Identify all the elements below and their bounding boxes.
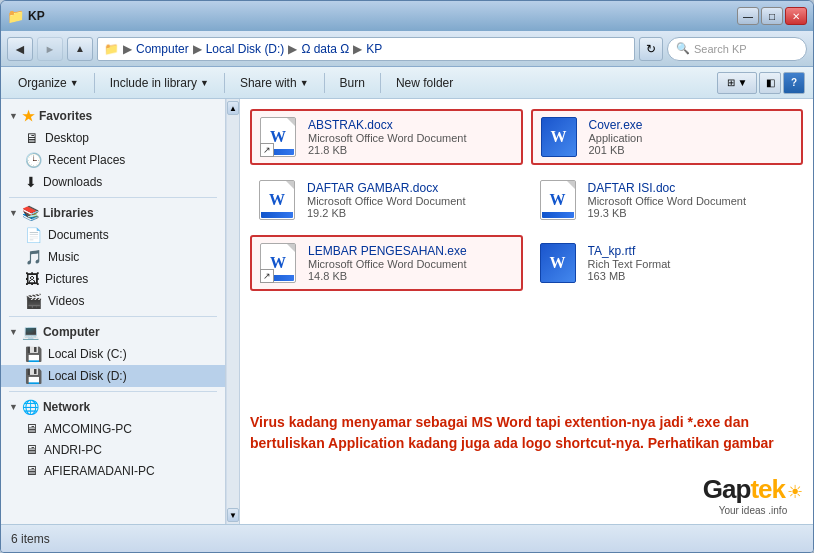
- title-bar-buttons: — □ ✕: [737, 7, 807, 25]
- file-item-abstrak[interactable]: W ↗ ABSTRAK.docx Microsoft Office Word D…: [250, 109, 523, 165]
- amcoming-icon: 🖥: [25, 421, 38, 436]
- daftar-isi-word-icon: W: [540, 180, 576, 220]
- music-icon: 🎵: [25, 249, 42, 265]
- explorer-window: 📁 KP — □ ✕ ◄ ► ▲ 📁 ▶ Computer ▶ Local Di…: [0, 0, 814, 553]
- abstrak-info: ABSTRAK.docx Microsoft Office Word Docum…: [308, 118, 513, 156]
- sidebar-item-andri[interactable]: 🖥 ANDRI-PC: [1, 439, 225, 460]
- preview-pane-button[interactable]: ◧: [759, 72, 781, 94]
- sidebar-item-desktop[interactable]: 🖥 Desktop: [1, 127, 225, 149]
- file-item-cover[interactable]: W Cover.exe Application 201 KB: [531, 109, 804, 165]
- nav-scrollbar[interactable]: ▲ ▼: [226, 99, 240, 524]
- logo-tagline: Your ideas .info: [719, 505, 788, 516]
- back-button[interactable]: ◄: [7, 37, 33, 61]
- new-folder-button[interactable]: New folder: [387, 70, 462, 96]
- sidebar-item-afiera[interactable]: 🖥 AFIERAMADANI-PC: [1, 460, 225, 481]
- daftar-isi-size: 19.3 KB: [588, 207, 795, 219]
- libraries-header[interactable]: ▼ 📚 Libraries: [1, 202, 225, 224]
- title-bar-left: 📁 KP: [7, 8, 45, 24]
- computer-icon: 💻: [22, 324, 39, 340]
- amcoming-label: AMCOMING-PC: [44, 422, 132, 436]
- sidebar-item-c-drive[interactable]: 💾 Local Disk (C:): [1, 343, 225, 365]
- close-button[interactable]: ✕: [785, 7, 807, 25]
- ta-kp-icon-wrapper: W: [540, 243, 580, 283]
- pictures-icon: 🖼: [25, 271, 39, 287]
- daftar-isi-type: Microsoft Office Word Document: [588, 195, 795, 207]
- daftar-isi-info: DAFTAR ISI.doc Microsoft Office Word Doc…: [588, 181, 795, 219]
- documents-icon: 📄: [25, 227, 42, 243]
- abstrak-name: ABSTRAK.docx: [308, 118, 513, 132]
- window-icon: 📁: [7, 8, 24, 24]
- afiera-icon: 🖥: [25, 463, 38, 478]
- sidebar-item-pictures[interactable]: 🖼 Pictures: [1, 268, 225, 290]
- daftar-gambar-word-icon: W: [259, 180, 295, 220]
- ta-kp-type: Rich Text Format: [588, 258, 795, 270]
- toolbar-separator-1: [94, 73, 95, 93]
- sidebar-item-videos[interactable]: 🎬 Videos: [1, 290, 225, 312]
- documents-label: Documents: [48, 228, 109, 242]
- sidebar-item-amcoming[interactable]: 🖥 AMCOMING-PC: [1, 418, 225, 439]
- search-box[interactable]: 🔍 Search KP: [667, 37, 807, 61]
- computer-label: Computer: [43, 325, 100, 339]
- daftar-gambar-size: 19.2 KB: [307, 207, 514, 219]
- annotation-text: Virus kadang menyamar sebagai MS Word ta…: [250, 412, 803, 454]
- favorites-star-icon: ★: [22, 108, 35, 124]
- computer-section: ▼ 💻 Computer 💾 Local Disk (C:) 💾 Local D…: [1, 321, 225, 387]
- organize-chevron-icon: ▼: [70, 78, 79, 88]
- burn-button[interactable]: Burn: [331, 70, 374, 96]
- file-item-lembar[interactable]: W ↗ LEMBAR PENGESAHAN.exe Microsoft Offi…: [250, 235, 523, 291]
- include-library-button[interactable]: Include in library ▼: [101, 70, 218, 96]
- share-button[interactable]: Share with ▼: [231, 70, 318, 96]
- up-button[interactable]: ▲: [67, 37, 93, 61]
- sidebar-item-music[interactable]: 🎵 Music: [1, 246, 225, 268]
- view-toggle-button[interactable]: ⊞ ▼: [717, 72, 757, 94]
- refresh-button[interactable]: ↻: [639, 37, 663, 61]
- sidebar-item-downloads[interactable]: ⬇ Downloads: [1, 171, 225, 193]
- cover-size: 201 KB: [589, 144, 794, 156]
- path-computer[interactable]: Computer: [136, 42, 189, 56]
- forward-button[interactable]: ►: [37, 37, 63, 61]
- path-kp[interactable]: KP: [366, 42, 382, 56]
- favorites-header[interactable]: ▼ ★ Favorites: [1, 105, 225, 127]
- computer-header[interactable]: ▼ 💻 Computer: [1, 321, 225, 343]
- lembar-icon-wrapper: W ↗: [260, 243, 300, 283]
- daftar-gambar-info: DAFTAR GAMBAR.docx Microsoft Office Word…: [307, 181, 514, 219]
- abstrak-type: Microsoft Office Word Document: [308, 132, 513, 144]
- abstrak-icon-wrapper: W ↗: [260, 117, 300, 157]
- file-item-daftar-isi[interactable]: W DAFTAR ISI.doc Microsoft Office Word D…: [531, 173, 804, 227]
- andri-label: ANDRI-PC: [44, 443, 102, 457]
- help-button[interactable]: ?: [783, 72, 805, 94]
- address-bar: ◄ ► ▲ 📁 ▶ Computer ▶ Local Disk (D:) ▶ Ω…: [1, 31, 813, 67]
- music-label: Music: [48, 250, 79, 264]
- nav-divider-1: [9, 197, 217, 198]
- toolbar-separator-4: [380, 73, 381, 93]
- favorites-label: Favorites: [39, 109, 92, 123]
- minimize-button[interactable]: —: [737, 7, 759, 25]
- sidebar-item-d-drive[interactable]: 💾 Local Disk (D:): [1, 365, 225, 387]
- logo-gap: Gap: [703, 474, 751, 505]
- maximize-button[interactable]: □: [761, 7, 783, 25]
- file-item-ta-kp[interactable]: W TA_kp.rtf Rich Text Format 163 MB: [531, 235, 804, 291]
- path-localdisk[interactable]: Local Disk (D:): [206, 42, 285, 56]
- file-grid: W ↗ ABSTRAK.docx Microsoft Office Word D…: [250, 109, 803, 291]
- cover-type: Application: [589, 132, 794, 144]
- sidebar-item-recent-places[interactable]: 🕒 Recent Places: [1, 149, 225, 171]
- sidebar-item-documents[interactable]: 📄 Documents: [1, 224, 225, 246]
- d-drive-icon: 💾: [25, 368, 42, 384]
- ta-kp-name: TA_kp.rtf: [588, 244, 795, 258]
- cover-icon-wrapper: W: [541, 117, 581, 157]
- search-icon: 🔍: [676, 42, 690, 55]
- path-omega[interactable]: Ω data Ω: [301, 42, 349, 56]
- network-header[interactable]: ▼ 🌐 Network: [1, 396, 225, 418]
- computer-collapse-icon: ▼: [9, 327, 18, 337]
- organize-button[interactable]: Organize ▼: [9, 70, 88, 96]
- file-item-daftar-gambar[interactable]: W DAFTAR GAMBAR.docx Microsoft Office Wo…: [250, 173, 523, 227]
- main-content: ▼ ★ Favorites 🖥 Desktop 🕒 Recent Places …: [1, 99, 813, 524]
- address-path[interactable]: 📁 ▶ Computer ▶ Local Disk (D:) ▶ Ω data …: [97, 37, 635, 61]
- cover-name: Cover.exe: [589, 118, 794, 132]
- nav-divider-3: [9, 391, 217, 392]
- abstrak-size: 21.8 KB: [308, 144, 513, 156]
- item-count: 6 items: [11, 532, 50, 546]
- videos-label: Videos: [48, 294, 84, 308]
- logo-watermark: Gap tek ☀ Your ideas .info: [703, 474, 803, 516]
- d-drive-label: Local Disk (D:): [48, 369, 127, 383]
